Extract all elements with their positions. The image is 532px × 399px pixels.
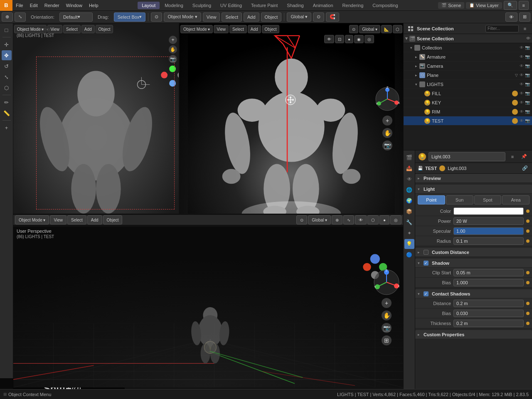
cam-cam-toggle[interactable]: 📷 bbox=[169, 55, 177, 63]
collection-eye[interactable]: 👁 bbox=[519, 45, 525, 50]
outliner-item-lights[interactable]: ▾ LIGHTS 👁 📷 bbox=[404, 80, 532, 89]
key-eye[interactable]: 👁 bbox=[519, 100, 525, 105]
transform-tool[interactable]: ⬡ bbox=[2, 83, 12, 93]
thickness-value[interactable]: 0.2 m bbox=[453, 320, 524, 327]
render-zoom-in-btn[interactable]: + bbox=[382, 116, 392, 126]
render-menu[interactable]: Render bbox=[41, 0, 63, 10]
render-add-btn[interactable]: Add bbox=[248, 25, 261, 33]
persp-add-btn[interactable]: Add bbox=[87, 215, 102, 224]
tab-animation[interactable]: Animation bbox=[309, 2, 337, 9]
custom-props-header[interactable]: ▸ Custom Properties bbox=[415, 330, 532, 339]
cam-object-btn[interactable]: Object bbox=[96, 25, 113, 33]
add-object-btn[interactable]: + bbox=[2, 123, 12, 133]
lights-cam-vis[interactable]: 📷 bbox=[525, 82, 530, 86]
render-wireframe-btn[interactable]: ⬡ bbox=[393, 25, 402, 33]
orientation-selector[interactable]: Default ▾ bbox=[59, 12, 93, 22]
light-name-input[interactable] bbox=[429, 152, 505, 161]
overlay-btn[interactable]: 👁 bbox=[505, 12, 517, 22]
light-type-spot[interactable]: Spot bbox=[474, 195, 502, 204]
solid-shading[interactable]: ● bbox=[345, 35, 353, 43]
contact-shadows-checkbox[interactable]: ✓ bbox=[424, 291, 429, 296]
search-btn[interactable]: 🔍 bbox=[504, 1, 517, 10]
cam-pan[interactable]: ✋ bbox=[169, 45, 177, 54]
cursor-tool[interactable]: ✛ bbox=[2, 39, 12, 49]
cam-select-btn[interactable]: Select bbox=[63, 25, 81, 33]
render-pan-btn[interactable]: ✋ bbox=[382, 128, 392, 138]
cam-mode-btn[interactable]: Object Mode ▾ bbox=[14, 25, 47, 33]
clip-start-value[interactable]: 0.05 m bbox=[453, 269, 524, 276]
object-mode-btn[interactable]: Object Mode ▾ bbox=[164, 12, 201, 22]
transform-pivot-btn[interactable]: ⊙ bbox=[151, 12, 162, 22]
rim-eye[interactable]: 👁 bbox=[519, 109, 525, 114]
material-shading[interactable]: ◉ bbox=[354, 35, 364, 43]
persp-global-btn[interactable]: Global ▾ bbox=[308, 215, 331, 224]
view-layer-selector[interactable]: 📋 View Layer bbox=[466, 2, 502, 9]
light-type-area[interactable]: Area bbox=[502, 195, 530, 204]
persp-orient-btn[interactable]: ⊙ bbox=[296, 215, 307, 224]
persp-view-btn[interactable]: View bbox=[50, 215, 66, 224]
proportional-btn[interactable]: ⊙ bbox=[313, 12, 324, 22]
persp-cam-nav-btn[interactable]: 📷 bbox=[382, 323, 392, 333]
power-value[interactable]: 20 W bbox=[453, 217, 524, 225]
move-tool[interactable]: ✥ bbox=[2, 50, 12, 60]
annotate-tool[interactable]: ✏ bbox=[2, 97, 12, 107]
outliner-item-collection[interactable]: ▾ Collection 👁 📷 bbox=[404, 43, 532, 52]
file-menu[interactable]: File bbox=[12, 0, 27, 10]
tab-texture-paint[interactable]: Texture Paint bbox=[247, 2, 282, 9]
props-unlink-btn[interactable]: 🔗 bbox=[520, 164, 530, 173]
outliner-item-camera[interactable]: ▸ 📷 Camera 👁 📷 bbox=[404, 62, 532, 71]
object-top-btn[interactable]: Object bbox=[261, 12, 282, 22]
bias2-value[interactable]: 0.030 bbox=[453, 310, 524, 317]
persp-prop-btn[interactable]: ⊕ bbox=[332, 215, 342, 224]
select-top-btn[interactable]: Select bbox=[222, 12, 242, 22]
outliner-item-test[interactable]: 💡 TEST 👁 📷 bbox=[404, 116, 532, 126]
view-btn[interactable]: View bbox=[203, 12, 220, 22]
light-section-header[interactable]: ▾ Light bbox=[415, 185, 532, 194]
render-global-btn[interactable]: ⊙ bbox=[349, 25, 358, 33]
custom-distance-header[interactable]: ▸ Custom Distance bbox=[415, 248, 532, 257]
render-object-btn[interactable]: Object bbox=[262, 25, 280, 33]
persp-eye-btn[interactable]: 👁 bbox=[355, 215, 367, 224]
persp-wire-btn[interactable]: ∿ bbox=[343, 215, 354, 224]
outliner-item-fill[interactable]: 💡 FILL 👁 📷 bbox=[404, 89, 532, 98]
tab-uv-editing[interactable]: UV Editing bbox=[216, 2, 246, 9]
key-cam-vis[interactable]: 📷 bbox=[525, 100, 530, 105]
prop-tab-output[interactable]: 📤 bbox=[404, 163, 414, 173]
render-viewport[interactable]: Object Mode ▾ View Select Add Object ⊙ G… bbox=[180, 23, 403, 214]
fill-eye[interactable]: 👁 bbox=[519, 91, 525, 96]
armature-eye[interactable]: 👁 bbox=[519, 54, 525, 59]
prop-tab-world[interactable]: 🌍 bbox=[404, 196, 414, 206]
cam-add-btn[interactable]: Add bbox=[81, 25, 95, 33]
prop-tab-material[interactable]: 🔵 bbox=[404, 250, 414, 260]
camera-viewport[interactable]: Object as Camera (86) LIGHTS | TEST bbox=[13, 23, 180, 214]
prop-tab-data[interactable]: 💡 bbox=[404, 239, 414, 249]
filter-btn[interactable]: ≡ bbox=[519, 1, 529, 10]
props-save-icon[interactable]: 💾 bbox=[418, 166, 423, 170]
render-global-select[interactable]: Global ▾ bbox=[359, 25, 380, 33]
light-type-sun[interactable]: Sun bbox=[446, 195, 473, 204]
drag-selector[interactable]: Select Box ▾ bbox=[114, 12, 146, 22]
prop-tab-view[interactable]: 👁 bbox=[404, 174, 414, 184]
shadow-header[interactable]: ▾ ✓ Shadow bbox=[415, 259, 532, 268]
persp-render-btn[interactable]: ◎ bbox=[390, 215, 401, 224]
contact-distance-value[interactable]: 0.2 m bbox=[453, 300, 524, 307]
test-eye[interactable]: 👁 bbox=[519, 118, 525, 123]
bias-value[interactable]: 1.000 bbox=[453, 279, 524, 286]
scene-selector[interactable]: 🎬 Scene bbox=[438, 2, 464, 9]
select-tool[interactable]: □ bbox=[2, 25, 12, 35]
specular-value[interactable]: 1.00 bbox=[453, 227, 524, 235]
window-menu[interactable]: Window bbox=[63, 0, 86, 10]
outliner-search[interactable] bbox=[485, 25, 519, 32]
light-type-point[interactable]: Point bbox=[418, 195, 445, 204]
plane-cam-vis[interactable]: 📷 bbox=[525, 73, 530, 77]
add-top-btn[interactable]: Add bbox=[244, 12, 259, 22]
outliner-filter-btn[interactable]: ≡ bbox=[520, 24, 530, 33]
xray-toggle[interactable]: ⊡ bbox=[335, 35, 344, 43]
scene-eye[interactable]: 👁 bbox=[526, 36, 530, 41]
cam-view-btn[interactable]: View bbox=[47, 25, 62, 33]
radius-value[interactable]: 0.1 m bbox=[453, 237, 524, 245]
persp-grid-nav-btn[interactable]: ⊞ bbox=[382, 335, 392, 345]
render-mode-btn[interactable]: Object Mode ▾ bbox=[180, 25, 213, 33]
rotate-tool[interactable]: ↺ bbox=[2, 61, 12, 71]
tab-modeling[interactable]: Modeling bbox=[160, 2, 187, 9]
